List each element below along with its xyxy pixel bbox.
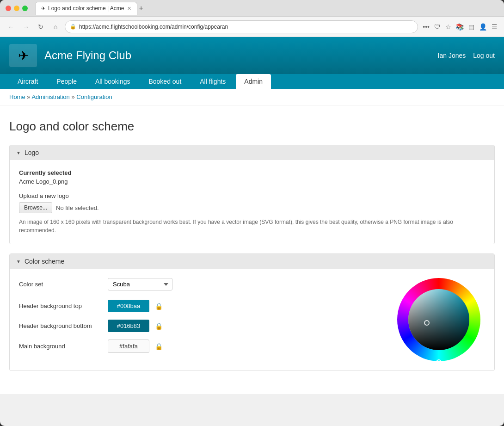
security-icon: 🔒 — [70, 24, 76, 30]
tab-title: Logo and color scheme | Acme — [48, 5, 124, 12]
tab-bar: ✈ Logo and color scheme | Acme ✕ + — [35, 2, 498, 15]
upload-label: Upload a new logo — [19, 192, 485, 199]
active-tab[interactable]: ✈ Logo and color scheme | Acme ✕ — [35, 2, 137, 15]
tab-all-bookings[interactable]: All bookings — [87, 74, 139, 89]
color-gradient-box — [408, 289, 469, 350]
lock-icon-2: 🔒 — [155, 322, 163, 330]
breadcrumb-sep-2: » — [71, 93, 74, 100]
more-button[interactable]: ••• — [422, 22, 430, 31]
color-gradient-inner — [408, 289, 469, 350]
browser-toolbar: ← → ↻ ⌂ 🔒 https://acme.flightschoolbooki… — [0, 17, 504, 37]
color-fields: Color set Scuba Ocean Forest Sunset Cust… — [19, 278, 379, 361]
header-bg-bottom-label: Header background bottom — [19, 322, 102, 329]
collapse-arrow-icon-2: ▼ — [16, 259, 21, 264]
color-set-row: Color set Scuba Ocean Forest Sunset Cust… — [19, 278, 379, 290]
app-title: Acme Flying Club — [44, 49, 131, 62]
tab-aircraft[interactable]: Aircraft — [9, 74, 46, 89]
logo-section-body: Currently selected Acme Logo_0.png Uploa… — [10, 160, 494, 244]
breadcrumb-configuration[interactable]: Configuration — [76, 93, 112, 100]
logout-button[interactable]: Log out — [473, 52, 495, 59]
tab-favicon: ✈ — [41, 6, 45, 12]
color-scheme-body: Color set Scuba Ocean Forest Sunset Cust… — [10, 269, 494, 370]
color-set-label: Color set — [19, 281, 102, 288]
header-bg-top-label: Header background top — [19, 303, 102, 309]
plane-icon: ✈ — [18, 48, 29, 63]
profile-icon[interactable]: 👤 — [478, 22, 488, 31]
url-text: https://acme.flightschoolbooking.com/adm… — [79, 24, 413, 30]
tab-booked-out[interactable]: Booked out — [140, 74, 190, 89]
lock-icon-1: 🔒 — [155, 303, 163, 310]
maximize-button[interactable] — [22, 6, 28, 11]
address-bar[interactable]: 🔒 https://acme.flightschoolbooking.com/a… — [65, 20, 418, 33]
color-wheel[interactable] — [397, 278, 480, 361]
logo-section: ▼ Logo Currently selected Acme Logo_0.pn… — [9, 145, 495, 244]
color-wheel-container[interactable] — [397, 278, 480, 361]
color-picker[interactable] — [393, 278, 485, 361]
header-left: ✈ Acme Flying Club — [9, 44, 131, 67]
main-bg-label: Main background — [19, 343, 102, 350]
library-icon[interactable]: 📚 — [455, 22, 465, 31]
header-bg-bottom-row: Header background bottom #016b83 🔒 — [19, 320, 379, 332]
main-bg-color-btn[interactable]: #fafafa — [108, 340, 149, 353]
browse-button[interactable]: Browse... — [19, 202, 52, 213]
browser-window: ✈ Logo and color scheme | Acme ✕ + ← → ↻… — [0, 0, 504, 426]
header-bg-top-color-btn[interactable]: #008baa — [108, 300, 149, 312]
color-set-select[interactable]: Scuba Ocean Forest Sunset Custom — [108, 278, 172, 290]
new-tab-button[interactable]: + — [139, 4, 143, 12]
back-button[interactable]: ← — [6, 21, 17, 32]
toolbar-icons: ••• 🛡 ☆ 📚 ▤ 👤 ☰ — [422, 22, 498, 31]
color-section-header[interactable]: ▼ Color scheme — [10, 254, 494, 269]
main-bg-row: Main background #fafafa 🔒 — [19, 340, 379, 353]
collapse-arrow-icon: ▼ — [16, 150, 21, 155]
main-content: Logo and color scheme ▼ Logo Currently s… — [0, 105, 504, 394]
logo-section-header[interactable]: ▼ Logo — [10, 145, 494, 160]
logo-help-text: An image of 160 x 160 pixels with transp… — [19, 218, 485, 235]
tab-close-icon[interactable]: ✕ — [127, 6, 131, 12]
browser-titlebar: ✈ Logo and color scheme | Acme ✕ + — [0, 0, 504, 17]
lock-icon-3: 🔒 — [155, 343, 163, 350]
close-button[interactable] — [6, 6, 11, 11]
bookmark-icon[interactable]: ☆ — [444, 22, 452, 31]
currently-selected-label: Currently selected — [19, 169, 485, 176]
menu-icon[interactable]: ☰ — [491, 22, 498, 31]
color-section-title: Color scheme — [25, 258, 64, 265]
tab-all-flights[interactable]: All flights — [191, 74, 234, 89]
breadcrumb-sep-1: » — [27, 93, 30, 100]
home-button[interactable]: ⌂ — [50, 21, 61, 32]
breadcrumb-home[interactable]: Home — [9, 93, 25, 100]
app-navigation: Aircraft People All bookings Booked out … — [0, 74, 504, 89]
page-title: Logo and color scheme — [9, 119, 495, 134]
breadcrumb-administration[interactable]: Administration — [31, 93, 69, 100]
header-bg-bottom-color-btn[interactable]: #016b83 — [108, 320, 149, 332]
sidebar-icon[interactable]: ▤ — [467, 22, 475, 31]
header-bg-top-row: Header background top #008baa 🔒 — [19, 300, 379, 312]
minimize-button[interactable] — [14, 6, 19, 11]
color-scheme-section: ▼ Color scheme Color set Scuba Ocean For… — [9, 253, 495, 371]
app-logo: ✈ — [9, 44, 37, 67]
shield-icon[interactable]: 🛡 — [433, 22, 442, 31]
color-cursor[interactable] — [424, 320, 430, 326]
app-content: ✈ Acme Flying Club Ian Jones Log out Air… — [0, 37, 504, 394]
app-header: ✈ Acme Flying Club Ian Jones Log out — [0, 37, 504, 74]
wheel-cursor-bottom[interactable] — [436, 359, 442, 365]
file-input-row: Browse... No file selected. — [19, 202, 485, 213]
reload-button[interactable]: ↻ — [35, 21, 46, 32]
logo-section-title: Logo — [25, 149, 39, 156]
tab-admin[interactable]: Admin — [236, 74, 271, 89]
tab-people[interactable]: People — [48, 74, 85, 89]
header-right: Ian Jones Log out — [438, 52, 495, 59]
traffic-lights — [6, 6, 28, 11]
selected-file-name: No file selected. — [56, 204, 99, 211]
user-name: Ian Jones — [438, 52, 466, 59]
current-logo-filename: Acme Logo_0.png — [19, 178, 485, 185]
breadcrumb: Home » Administration » Configuration — [0, 89, 504, 105]
forward-button[interactable]: → — [20, 21, 31, 32]
